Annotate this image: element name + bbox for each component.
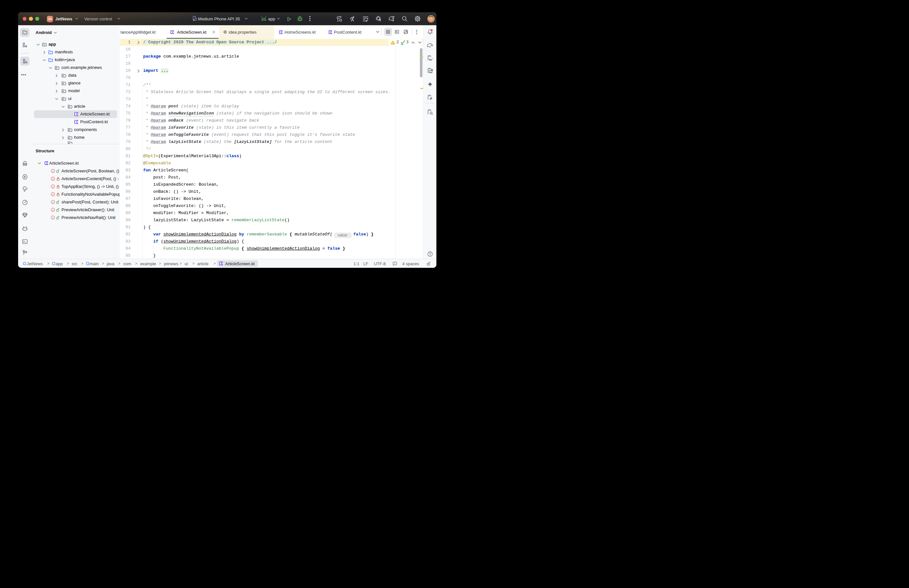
svg-text:f: f xyxy=(52,208,54,212)
svg-text:f: f xyxy=(52,185,54,188)
svg-text:f: f xyxy=(52,170,54,173)
svg-text:f: f xyxy=(52,200,54,204)
svg-text:f: f xyxy=(52,216,54,219)
svg-text:f: f xyxy=(52,193,54,196)
svg-text:f: f xyxy=(52,177,54,181)
